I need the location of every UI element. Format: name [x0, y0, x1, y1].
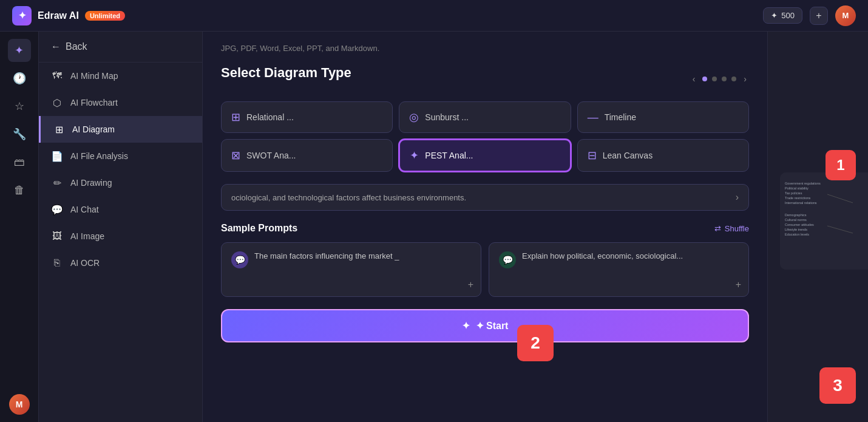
svg-text:International relations: International relations — [785, 201, 817, 205]
sidebar-label-ai-ocr: AI OCR — [70, 258, 100, 268]
prompt-bar[interactable]: ociological, and technological factors a… — [221, 184, 749, 211]
annotation-1-number: 1 — [836, 157, 844, 174]
diagram-card-timeline[interactable]: — Timeline — [577, 101, 749, 133]
svg-text:Consumer attitudes: Consumer attitudes — [785, 223, 814, 226]
sample-card-2-text: Explain how political, economic, sociolo… — [522, 251, 683, 260]
sample-card-1[interactable]: 💬 The main factors influencing the marke… — [221, 242, 481, 297]
pest-preview-image: Government regulations Political stabili… — [780, 172, 868, 270]
sidebar-label-ai-file-analysis: AI File Analysis — [70, 151, 128, 161]
diagram-card-lean-canvas[interactable]: ⊟ Lean Canvas — [577, 139, 749, 172]
prompt-arrow-icon: › — [736, 192, 739, 203]
pest-icon: ✦ — [410, 149, 419, 162]
pag-prev[interactable]: ‹ — [690, 73, 698, 85]
diagram-card-pest[interactable]: ✦ PEST Anal... — [399, 139, 571, 172]
pag-dot-1 — [702, 77, 707, 81]
relational-icon: ⊞ — [231, 111, 240, 124]
logo-icon: ✦ — [12, 6, 32, 26]
ai-file-analysis-icon: 📄 — [51, 150, 63, 162]
svg-text:Cultural norms: Cultural norms — [785, 218, 807, 222]
sample-card-1-add-icon[interactable]: + — [468, 279, 473, 290]
ai-chat-icon: 💬 — [51, 203, 63, 216]
annotation-3: 3 — [819, 367, 856, 404]
user-avatar[interactable]: M — [835, 5, 856, 26]
start-button[interactable]: ✦ ✦ Start — [221, 309, 749, 342]
svg-text:Demographics: Demographics — [785, 213, 807, 217]
sample-cards-grid: 💬 The main factors influencing the marke… — [221, 242, 749, 297]
timeline-icon: — — [588, 111, 598, 124]
right-panel: Government regulations Political stabili… — [767, 32, 868, 422]
sample-card-2-add-icon[interactable]: + — [736, 279, 741, 290]
sidebar-item-ai-flowchart[interactable]: ⬡ AI Flowchart — [39, 89, 202, 116]
sample-prompts-title: Sample Prompts — [221, 223, 297, 234]
top-header: ✦ Edraw AI Unlimited ✦ 500 + M — [0, 0, 868, 32]
annotation-3-number: 3 — [833, 376, 843, 395]
sidebar-item-ai-mind-map[interactable]: 🗺 AI Mind Map — [39, 63, 202, 89]
sidebar-label-ai-flowchart: AI Flowchart — [70, 98, 118, 107]
sidebar-avatar[interactable]: M — [9, 394, 30, 415]
relational-label: Relational ... — [246, 112, 294, 122]
sample-card-2[interactable]: 💬 Explain how political, economic, socio… — [489, 242, 749, 297]
diagram-card-swot[interactable]: ⊠ SWOT Ana... — [221, 139, 393, 172]
back-button[interactable]: ← Back — [39, 32, 202, 63]
icon-bar: ✦ 🕐 ☆ 🔧 🗃 🗑 M — [0, 32, 39, 422]
sample-card-1-icon: 💬 — [231, 251, 248, 268]
export-info: JPG, PDF, Word, Excel, PPT, and Markdown… — [221, 44, 749, 53]
pest-label: PEST Anal... — [425, 151, 473, 160]
add-button[interactable]: + — [810, 7, 828, 25]
diagram-card-sunburst[interactable]: ◎ Sunburst ... — [399, 101, 571, 133]
create-icon-btn[interactable]: ✦ — [8, 39, 31, 62]
tools-icon-btn[interactable]: 🔧 — [8, 123, 31, 146]
start-label: ✦ Start — [476, 320, 509, 332]
plus-icon: + — [816, 10, 821, 21]
sidebar-item-ai-image[interactable]: 🖼 AI Image — [39, 223, 202, 250]
start-sparkle-icon: ✦ — [462, 320, 470, 332]
ai-drawing-icon: ✏ — [51, 177, 63, 189]
lean-canvas-icon: ⊟ — [588, 149, 597, 162]
svg-text:Political stability: Political stability — [785, 186, 809, 190]
trash-icon-btn[interactable]: 🗑 — [8, 179, 31, 202]
annotation-2: 2 — [517, 325, 554, 361]
pag-dot-4 — [731, 77, 736, 81]
lean-canvas-label: Lean Canvas — [603, 151, 653, 160]
sidebar-item-ai-diagram[interactable]: ⊞ AI Diagram — [39, 116, 202, 143]
sidebar-item-ai-ocr[interactable]: ⎘ AI OCR — [39, 250, 202, 276]
storage-icon-btn[interactable]: 🗃 — [8, 151, 31, 174]
svg-text:Government regulations: Government regulations — [785, 182, 821, 185]
section-title: Select Diagram Type — [221, 65, 351, 81]
favorites-icon-btn[interactable]: ☆ — [8, 95, 31, 118]
back-arrow-icon: ← — [51, 41, 61, 52]
ai-diagram-icon: ⊞ — [53, 123, 65, 135]
shuffle-button[interactable]: ⇄ Shuffle — [714, 224, 749, 233]
shuffle-icon: ⇄ — [714, 224, 721, 233]
unlimited-badge: Unlimited — [85, 11, 125, 21]
history-icon-btn[interactable]: 🕐 — [8, 67, 31, 90]
sidebar-label-ai-diagram: AI Diagram — [72, 124, 115, 134]
swot-label: SWOT Ana... — [246, 151, 296, 160]
sunburst-label: Sunburst ... — [425, 112, 469, 122]
start-button-wrap: ✦ ✦ Start — [221, 309, 749, 342]
app-title: Edraw AI — [38, 10, 79, 21]
svg-text:Lifestyle trends: Lifestyle trends — [785, 228, 807, 231]
sample-prompts-header: Sample Prompts ⇄ Shuffle — [221, 223, 749, 234]
back-label: Back — [66, 41, 87, 52]
pag-next[interactable]: › — [741, 73, 749, 85]
left-panel: JPG, PDF, Word, Excel, PPT, and Markdown… — [203, 32, 767, 422]
sidebar-item-ai-chat[interactable]: 💬 AI Chat — [39, 196, 202, 223]
svg-text:Education levels: Education levels — [785, 233, 809, 236]
credits-button[interactable]: ✦ 500 — [763, 7, 802, 24]
ai-image-icon: 🖼 — [51, 230, 63, 242]
header-right: ✦ 500 + M — [763, 5, 856, 26]
sidebar-label-ai-drawing: AI Drawing — [70, 178, 112, 188]
sidebar: ← Back 🗺 AI Mind Map ⬡ AI Flowchart ⊞ AI… — [39, 32, 203, 422]
diagram-card-relational[interactable]: ⊞ Relational ... — [221, 101, 393, 133]
diagram-type-grid: ⊞ Relational ... ◎ Sunburst ... — Timeli… — [221, 101, 749, 172]
sidebar-item-ai-drawing[interactable]: ✏ AI Drawing — [39, 169, 202, 196]
pag-dot-3 — [722, 77, 727, 81]
sidebar-item-ai-file-analysis[interactable]: 📄 AI File Analysis — [39, 143, 202, 169]
sample-card-2-icon: 💬 — [499, 251, 516, 268]
sidebar-label-ai-mind-map: AI Mind Map — [70, 71, 118, 81]
sample-card-2-inner: 💬 Explain how political, economic, socio… — [499, 251, 739, 273]
star-icon: ✦ — [771, 11, 778, 20]
ai-mind-map-icon: 🗺 — [51, 70, 63, 82]
svg-text:Trade restrictions: Trade restrictions — [785, 196, 811, 200]
